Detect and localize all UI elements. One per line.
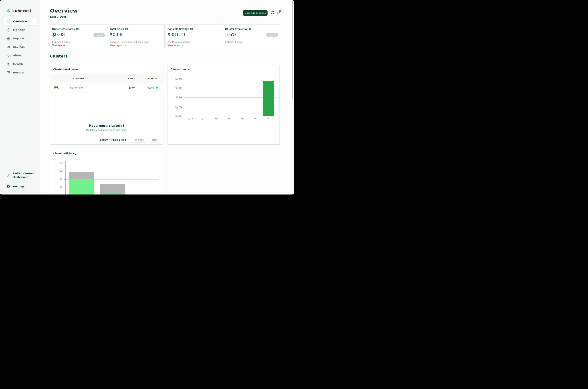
stat-title: Kubernetes Costs (52, 28, 75, 31)
sidebar-item-govern[interactable]: Govern (3, 68, 37, 77)
sidebar-item-reports[interactable]: Reports (3, 34, 37, 42)
sidebar-item-label: Monitor (13, 29, 25, 32)
sidebar-item-label: Health (13, 63, 23, 65)
info-icon[interactable]: i (249, 28, 251, 30)
stat-card-possible-savings: Possible Savings i $381.21 See Recommend… (165, 25, 222, 48)
stat-card-cluster-efficiency: Cluster Efficiency i 5.6% ↓ 0.00% Includ… (223, 25, 280, 48)
view-report-link[interactable]: View report → (52, 44, 69, 47)
date-range-label: Last 7 Days (50, 15, 66, 18)
table-header-row: CLUSTER COST STATUS (50, 74, 163, 83)
trend-bar-7/5 (263, 81, 274, 116)
sidebar-item-savings[interactable]: Savings (3, 43, 37, 51)
stat-card-total-costs: Total Costs i $0.08 Combined Kubernetes … (108, 25, 165, 48)
cluster-efficiency-card: Cluster Efficiency $0$0$0$0 (50, 149, 163, 194)
cluster-efficiency-title: Cluster Efficiency (50, 149, 163, 158)
info-icon[interactable]: i (190, 28, 193, 30)
sidebar-item-label: Overview (13, 20, 27, 23)
aws-provider-icon: aws (50, 85, 70, 90)
stat-subtitle: See Recommendations (168, 41, 191, 43)
info-icon[interactable]: i (76, 28, 79, 30)
cluster-breakdown-title: Cluster breakdown (50, 65, 163, 74)
efficiency-bar-used (100, 194, 125, 194)
change-badge: ↓ 0.00% (266, 33, 278, 37)
column-header-cost[interactable]: COST (113, 77, 135, 80)
govern-icon (7, 71, 10, 74)
sidebar-item-monitor[interactable]: Monitor (3, 26, 37, 34)
stat-title: Total Costs (110, 28, 124, 31)
cluster-breakdown-card: Cluster breakdown CLUSTER COST STATUS aw… (50, 65, 163, 145)
right-arrow-icon: → (124, 44, 126, 47)
sidebar-item-label: Govern (13, 71, 24, 74)
stat-value: 5.6% (225, 32, 236, 37)
settings-item[interactable]: Settings (6, 185, 25, 188)
table-footer: 1 item • Page 1 of 1 Previous Next (50, 135, 163, 144)
efficiency-bar-total (100, 184, 125, 194)
refresh-button[interactable] (270, 11, 275, 15)
more-clusters-section: Have more clusters? Click Here to learn … (50, 122, 163, 135)
alert-circle-icon (7, 62, 10, 66)
sidebar-item-alerts[interactable]: Alerts (3, 52, 37, 60)
stat-value: $0.08 (110, 32, 122, 37)
pagination-status: 1 item • Page 1 of 1 (100, 138, 126, 141)
change-badge: ↓ 0.00% (93, 33, 105, 37)
notification-count-badge: 4 (279, 9, 281, 12)
right-arrow-icon: → (66, 44, 69, 47)
kubecost-logo-icon (6, 8, 11, 13)
cluster-trends-plot: $0.08$0.06$0.04$0.02$0.006/296/307/17/27… (168, 74, 280, 144)
sidebar: kubecost Overview Mo (0, 0, 40, 194)
right-arrow-icon: → (182, 44, 184, 47)
sidebar-item-label: Reports (13, 37, 25, 40)
stat-subtitle: Combined Kubernetes and Cloud costs (110, 41, 149, 43)
stat-title: Possible Savings (168, 28, 189, 31)
switch-context[interactable]: Switch Context cluster-one (6, 172, 35, 179)
cluster-efficiency-plot: $0$0$0$0 (50, 158, 163, 194)
switch-arrows-icon (6, 174, 10, 179)
kubecost-logo-text: kubecost (12, 9, 31, 13)
table-row[interactable]: aws cluster-one $0.07 active (50, 83, 163, 92)
switch-context-label: Switch Context (12, 172, 35, 175)
cluster-trends-card: Cluster trends $0.08$0.06$0.04$0.02$0.00… (167, 65, 280, 145)
view-report-link[interactable]: View report → (110, 44, 126, 47)
next-page-button[interactable]: Next (149, 137, 160, 143)
sidebar-item-label: Savings (13, 46, 25, 48)
previous-page-button[interactable]: Previous (131, 137, 146, 143)
stat-subtitle: Including 1 cluster (52, 41, 71, 43)
settings-label: Settings (12, 185, 25, 188)
stat-value: $0.08 (52, 32, 65, 37)
stat-value: $381.21 (168, 32, 186, 37)
sidebar-item-label: Alerts (13, 54, 22, 57)
stat-title: Cluster Efficiency (225, 28, 248, 31)
column-header-cluster[interactable]: CLUSTER (70, 77, 113, 80)
cluster-trends-title: Cluster trends (168, 65, 280, 74)
info-icon[interactable]: i (125, 28, 128, 30)
more-clusters-title: Have more clusters? (50, 124, 163, 128)
add-clusters-link[interactable]: Click Here to learn how to add more! (50, 129, 163, 131)
current-context-value: cluster-one (12, 176, 35, 179)
clusters-section-heading: Clusters (50, 54, 68, 58)
cluster-cost-cell: $0.07 (113, 86, 135, 89)
upgrade-license-button[interactable]: Upgrade License (243, 10, 268, 16)
gear-icon (6, 185, 10, 188)
stat-subtitle: Including 1 cluster (225, 41, 243, 43)
efficiency-bar-used (69, 179, 94, 194)
sidebar-nav: Overview Monitor (3, 17, 37, 77)
bar-chart-icon (7, 37, 10, 40)
view-report-link[interactable]: View report → (168, 44, 184, 47)
sidebar-item-health[interactable]: Health (3, 60, 37, 68)
kubecost-logo[interactable]: kubecost (6, 8, 31, 13)
stat-card-kubernetes-costs: Kubernetes Costs i $0.08 ↓ 0.00% Includi… (50, 25, 107, 48)
bell-icon (277, 12, 281, 15)
active-status-dot-icon (156, 87, 158, 89)
monitor-icon (7, 28, 10, 32)
page-title: Overview (50, 8, 78, 14)
kubecost-app-window: kubecost Overview Mo (0, 0, 294, 194)
grid-icon (7, 20, 10, 23)
down-arrow-icon: ↓ (95, 33, 96, 36)
cluster-status-cell: active (135, 86, 163, 89)
cluster-name-cell: cluster-one (70, 86, 113, 89)
column-header-status[interactable]: STATUS (135, 77, 163, 80)
sidebar-item-overview[interactable]: Overview (3, 17, 37, 25)
refresh-icon (271, 12, 275, 15)
down-arrow-icon: ↓ (268, 33, 269, 36)
scrollbar-thumb[interactable] (292, 1, 293, 99)
